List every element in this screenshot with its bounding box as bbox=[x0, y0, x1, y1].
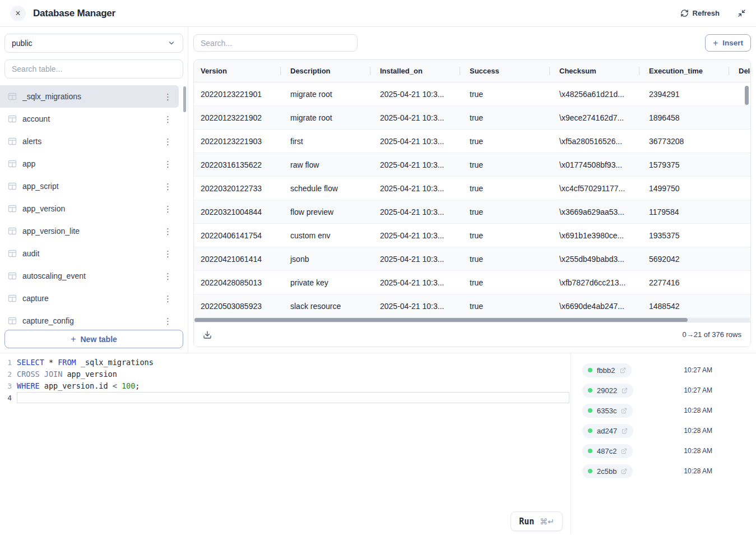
cell-installed-on[interactable]: 2025-04-21 10:3... bbox=[373, 255, 463, 264]
close-button[interactable]: × bbox=[10, 6, 26, 21]
table-row[interactable]: 20220503085923 slack resource 2025-04-21… bbox=[194, 294, 750, 318]
table-row[interactable]: 20220320122733 schedule flow 2025-04-21 … bbox=[194, 177, 750, 200]
cell-description[interactable]: flow preview bbox=[284, 207, 373, 216]
sidebar-item-capture[interactable]: capture ⋮ bbox=[0, 287, 179, 310]
cell-execution-time[interactable]: 1179584 bbox=[642, 207, 732, 216]
cell-execution-time[interactable]: 1488542 bbox=[642, 302, 732, 311]
cell-version[interactable]: 20220316135622 bbox=[194, 160, 284, 169]
cell-checksum[interactable]: \x3669a629aa53... bbox=[553, 207, 642, 216]
history-query-pill[interactable]: ad247 bbox=[582, 424, 633, 438]
cell-execution-time[interactable]: 1579375 bbox=[642, 160, 732, 169]
cell-checksum[interactable]: \x9ece274162d7... bbox=[553, 113, 642, 122]
cell-description[interactable]: migrate root bbox=[284, 90, 373, 99]
table-menu-button[interactable]: ⋮ bbox=[160, 248, 175, 259]
cell-success[interactable]: true bbox=[463, 160, 553, 169]
column-header-checksum[interactable]: Checksum bbox=[553, 67, 642, 75]
cell-success[interactable]: true bbox=[463, 255, 553, 264]
cell-installed-on[interactable]: 2025-04-21 10:3... bbox=[373, 113, 463, 122]
sql-editor[interactable]: 1 SELECT * FROM _sqlx_migrations 2 CROSS… bbox=[0, 353, 571, 534]
grid-horizontal-scrollbar-thumb[interactable] bbox=[194, 318, 688, 322]
table-row[interactable]: 20220123221903 first 2025-04-21 10:3... … bbox=[194, 130, 750, 153]
table-row[interactable]: 20220321004844 flow preview 2025-04-21 1… bbox=[194, 200, 750, 224]
sidebar-item-app_script[interactable]: app_script ⋮ bbox=[0, 175, 179, 197]
cell-installed-on[interactable]: 2025-04-21 10:3... bbox=[373, 90, 463, 99]
cell-installed-on[interactable]: 2025-04-21 10:3... bbox=[373, 160, 463, 169]
sidebar-item-app_version[interactable]: app_version ⋮ bbox=[0, 197, 179, 220]
cell-success[interactable]: true bbox=[463, 231, 553, 240]
table-row[interactable]: 20220123221902 migrate root 2025-04-21 1… bbox=[194, 106, 750, 130]
cell-checksum[interactable]: \x6690de4ab247... bbox=[553, 302, 642, 311]
minimize-button[interactable] bbox=[738, 9, 746, 17]
table-menu-button[interactable]: ⋮ bbox=[160, 159, 175, 169]
table-menu-button[interactable]: ⋮ bbox=[160, 226, 175, 237]
cell-version[interactable]: 20220428085013 bbox=[194, 278, 284, 287]
table-row[interactable]: 20220421061414 jsonb 2025-04-21 10:3... … bbox=[194, 247, 750, 271]
table-row[interactable]: 20220428085013 private key 2025-04-21 10… bbox=[194, 271, 750, 294]
table-menu-button[interactable]: ⋮ bbox=[160, 271, 175, 282]
cell-checksum[interactable]: \x255db49babd3... bbox=[553, 255, 642, 264]
grid-search-input[interactable] bbox=[201, 39, 350, 48]
cell-version[interactable]: 20220320122733 bbox=[194, 184, 284, 193]
table-search-input[interactable] bbox=[12, 64, 176, 73]
cell-checksum[interactable]: \xc4cf570291177... bbox=[553, 184, 642, 193]
external-link-icon[interactable] bbox=[620, 367, 626, 373]
sidebar-item-app[interactable]: app ⋮ bbox=[0, 153, 179, 175]
column-header-version[interactable]: Version bbox=[194, 67, 284, 75]
cell-installed-on[interactable]: 2025-04-21 10:3... bbox=[373, 207, 463, 216]
cell-version[interactable]: 20220406141754 bbox=[194, 231, 284, 240]
table-menu-button[interactable]: ⋮ bbox=[160, 114, 175, 124]
history-query-pill[interactable]: 2c5bb bbox=[582, 464, 633, 478]
table-row[interactable]: 20220406141754 custom env 2025-04-21 10:… bbox=[194, 224, 750, 247]
cell-installed-on[interactable]: 2025-04-21 10:3... bbox=[373, 184, 463, 193]
cell-success[interactable]: true bbox=[463, 113, 553, 122]
cell-execution-time[interactable]: 5692042 bbox=[642, 255, 732, 264]
sidebar-item-audit[interactable]: audit ⋮ bbox=[0, 242, 179, 265]
sidebar-item-app_version_lite[interactable]: app_version_lite ⋮ bbox=[0, 220, 179, 242]
cell-success[interactable]: true bbox=[463, 278, 553, 287]
cell-version[interactable]: 20220321004844 bbox=[194, 207, 284, 216]
table-menu-button[interactable]: ⋮ bbox=[160, 91, 175, 102]
table-row[interactable]: 20220123221901 migrate root 2025-04-21 1… bbox=[194, 82, 750, 106]
cell-execution-time[interactable]: 36773208 bbox=[642, 137, 732, 146]
cell-description[interactable]: raw flow bbox=[284, 160, 373, 169]
column-header-success[interactable]: Success bbox=[463, 67, 553, 75]
download-button[interactable] bbox=[203, 330, 212, 339]
cell-checksum[interactable]: \xf5a280516526... bbox=[553, 137, 642, 146]
cell-checksum[interactable]: \x691b1e3980ce... bbox=[553, 231, 642, 240]
external-link-icon[interactable] bbox=[621, 408, 627, 414]
cell-success[interactable]: true bbox=[463, 184, 553, 193]
insert-button[interactable]: + Insert bbox=[705, 34, 751, 52]
cell-success[interactable]: true bbox=[463, 207, 553, 216]
cell-execution-time[interactable]: 1935375 bbox=[642, 231, 732, 240]
cell-version[interactable]: 20220123221903 bbox=[194, 137, 284, 146]
cell-checksum[interactable]: \x01774508bf93... bbox=[553, 160, 642, 169]
table-menu-button[interactable]: ⋮ bbox=[160, 204, 175, 214]
cell-version[interactable]: 20220123221901 bbox=[194, 90, 284, 99]
history-query-pill[interactable]: 29022 bbox=[582, 384, 633, 398]
cell-checksum[interactable]: \x48256a61d21d... bbox=[553, 90, 642, 99]
cell-description[interactable]: migrate root bbox=[284, 113, 373, 122]
table-menu-button[interactable]: ⋮ bbox=[160, 293, 175, 304]
sidebar-scrollbar-thumb[interactable] bbox=[183, 86, 186, 112]
cell-installed-on[interactable]: 2025-04-21 10:3... bbox=[373, 278, 463, 287]
external-link-icon[interactable] bbox=[622, 428, 628, 434]
table-menu-button[interactable]: ⋮ bbox=[160, 181, 175, 192]
sidebar-item-_sqlx_migrations[interactable]: _sqlx_migrations ⋮ bbox=[0, 85, 179, 108]
cell-description[interactable]: schedule flow bbox=[284, 184, 373, 193]
cell-description[interactable]: first bbox=[284, 137, 373, 146]
cell-success[interactable]: true bbox=[463, 90, 553, 99]
cell-checksum[interactable]: \xfb7827d6cc213... bbox=[553, 278, 642, 287]
cell-description[interactable]: private key bbox=[284, 278, 373, 287]
table-row[interactable]: 20220316135622 raw flow 2025-04-21 10:3.… bbox=[194, 153, 750, 177]
cell-execution-time[interactable]: 2394291 bbox=[642, 90, 732, 99]
cell-execution-time[interactable]: 2277416 bbox=[642, 278, 732, 287]
cell-installed-on[interactable]: 2025-04-21 10:3... bbox=[373, 302, 463, 311]
column-header-description[interactable]: Description bbox=[284, 67, 373, 75]
sidebar-item-autoscaling_event[interactable]: autoscaling_event ⋮ bbox=[0, 265, 179, 287]
cell-success[interactable]: true bbox=[463, 302, 553, 311]
sidebar-item-alerts[interactable]: alerts ⋮ bbox=[0, 130, 179, 153]
column-header-installed-on[interactable]: Installed_on bbox=[373, 67, 463, 75]
history-query-pill[interactable]: 6353c bbox=[582, 404, 633, 418]
new-table-button[interactable]: + New table bbox=[4, 330, 183, 348]
cell-execution-time[interactable]: 1499750 bbox=[642, 184, 732, 193]
